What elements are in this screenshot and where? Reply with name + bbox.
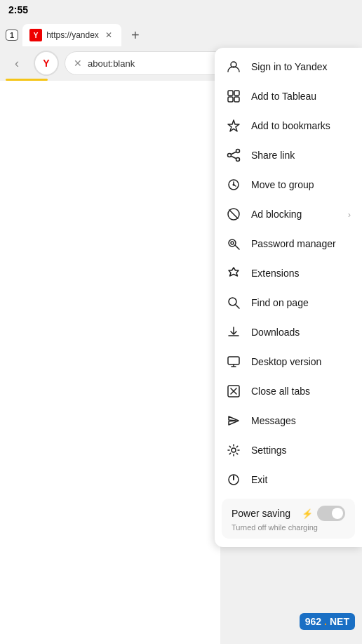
- watermark-net: NET: [330, 616, 349, 627]
- svg-line-18: [236, 305, 239, 308]
- password-icon: [226, 236, 241, 251]
- downloads-icon: [226, 324, 241, 340]
- svg-point-16: [231, 242, 234, 244]
- exit-icon: [226, 472, 241, 487]
- svg-line-15: [235, 245, 239, 249]
- menu-label-ad-blocking: Ad blocking: [251, 209, 338, 220]
- menu-item-add-tableau[interactable]: Add to Tableau: [215, 81, 362, 111]
- menu-label-downloads: Downloads: [251, 327, 351, 338]
- yandex-logo[interactable]: Y: [34, 51, 59, 76]
- menu-item-ad-blocking[interactable]: Ad blocking ›: [215, 199, 362, 229]
- svg-line-13: [229, 210, 239, 219]
- lightning-icon: ⚡: [302, 508, 313, 519]
- page-content: [0, 81, 220, 644]
- svg-rect-19: [228, 357, 239, 364]
- menu-item-close-all-tabs[interactable]: Close all tabs: [215, 376, 362, 406]
- svg-line-8: [231, 152, 236, 154]
- power-saving-title: Power saving: [232, 508, 290, 519]
- toggle-track[interactable]: [317, 506, 345, 521]
- menu-label-desktop-version: Desktop version: [251, 356, 351, 367]
- toggle-thumb: [332, 508, 343, 519]
- menu-label-messages: Messages: [251, 415, 351, 426]
- svg-point-6: [228, 154, 232, 157]
- bookmark-icon: [226, 118, 241, 133]
- tab-title: https://yandex: [46, 30, 99, 40]
- menu-item-share-link[interactable]: Share link: [215, 140, 362, 170]
- menu-item-downloads[interactable]: Downloads: [215, 317, 362, 347]
- power-saving-top: Power saving ⚡: [232, 506, 345, 521]
- tab-bar: 1 Y https://yandex ✕ +: [0, 20, 362, 48]
- close-tabs-icon: [226, 383, 241, 399]
- menu-label-close-all-tabs: Close all tabs: [251, 386, 351, 397]
- watermark-text: 962: [305, 616, 321, 627]
- back-button[interactable]: ‹: [6, 52, 28, 74]
- menu-label-extensions: Extensions: [251, 268, 351, 279]
- menu-label-move-group: Move to group: [251, 179, 351, 190]
- find-icon: [226, 295, 241, 310]
- svg-point-17: [229, 298, 236, 305]
- menu-item-desktop-version[interactable]: Desktop version: [215, 347, 362, 376]
- menu-item-add-bookmarks[interactable]: Add to bookmarks: [215, 111, 362, 140]
- move-group-icon: [226, 177, 241, 192]
- menu-item-settings[interactable]: Settings: [215, 435, 362, 465]
- menu-item-sign-in[interactable]: Sign in to Yandex: [215, 52, 362, 81]
- share-icon: [226, 147, 241, 163]
- tab-close-icon[interactable]: ✕: [103, 29, 114, 41]
- ad-blocking-arrow-icon: ›: [348, 209, 351, 220]
- svg-point-7: [236, 158, 240, 162]
- menu-label-exit: Exit: [251, 474, 351, 485]
- svg-point-23: [232, 448, 236, 452]
- tableau-icon: [226, 88, 241, 104]
- ad-blocking-icon: [226, 206, 241, 222]
- tab-favicon: Y: [29, 29, 42, 41]
- status-bar: 2:55: [0, 0, 362, 20]
- svg-rect-2: [234, 91, 239, 96]
- menu-item-password-manager[interactable]: Password manager: [215, 229, 362, 258]
- watermark-dot: .: [324, 616, 327, 627]
- svg-rect-4: [234, 97, 239, 102]
- desktop-icon: [226, 354, 241, 369]
- menu-label-password-manager: Password manager: [251, 238, 351, 249]
- menu-label-settings: Settings: [251, 445, 351, 456]
- menu-item-find-on-page[interactable]: Find on page: [215, 288, 362, 317]
- power-saving-section: Power saving ⚡ Turned off while charging: [222, 499, 355, 539]
- menu-label-add-tableau: Add to Tableau: [251, 91, 351, 102]
- menu-label-find-on-page: Find on page: [251, 297, 351, 308]
- tab-item[interactable]: Y https://yandex ✕: [22, 24, 121, 46]
- menu-item-exit[interactable]: Exit: [215, 465, 362, 494]
- svg-line-9: [231, 156, 236, 158]
- user-icon: [226, 59, 241, 74]
- svg-rect-3: [228, 97, 233, 102]
- power-saving-toggle[interactable]: ⚡: [302, 506, 345, 521]
- tab-count[interactable]: 1: [6, 29, 18, 41]
- messages-icon: [226, 413, 241, 428]
- watermark: 962 . NET: [300, 613, 355, 630]
- menu-item-move-group[interactable]: Move to group: [215, 170, 362, 199]
- status-time: 2:55: [8, 4, 28, 15]
- settings-icon: [226, 442, 241, 458]
- clear-url-icon[interactable]: ✕: [74, 58, 82, 69]
- extensions-icon: [226, 265, 241, 281]
- svg-point-5: [236, 150, 240, 153]
- menu-label-share-link: Share link: [251, 150, 351, 161]
- svg-point-11: [233, 184, 235, 186]
- menu-item-extensions[interactable]: Extensions: [215, 258, 362, 288]
- new-tab-button[interactable]: +: [126, 25, 145, 45]
- menu-label-add-bookmarks: Add to bookmarks: [251, 120, 351, 131]
- svg-rect-1: [228, 91, 233, 96]
- power-saving-subtitle: Turned off while charging: [232, 523, 345, 532]
- menu-item-messages[interactable]: Messages: [215, 406, 362, 435]
- context-menu: Sign in to Yandex Add to Tableau Add to …: [215, 48, 362, 547]
- menu-label-sign-in: Sign in to Yandex: [251, 61, 351, 72]
